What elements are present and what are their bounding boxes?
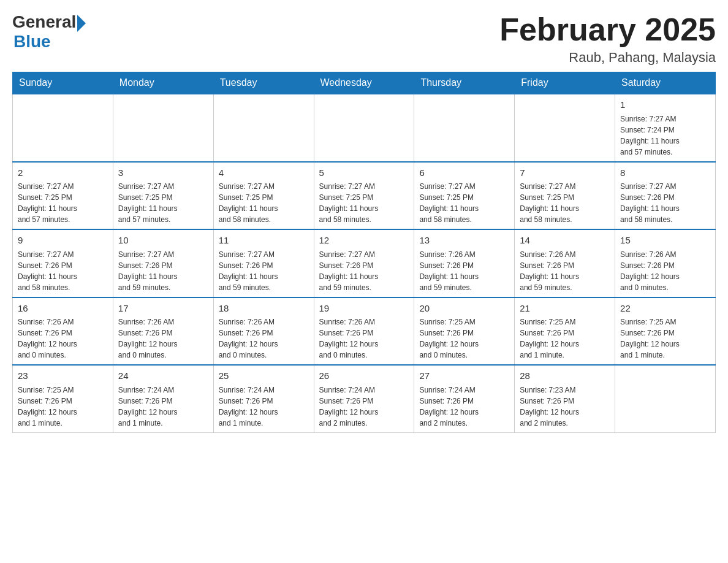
day-info: Sunrise: 7:27 AM Sunset: 7:25 PM Dayligh…	[118, 181, 208, 225]
calendar-cell	[615, 365, 716, 432]
calendar-cell: 12Sunrise: 7:27 AM Sunset: 7:26 PM Dayli…	[314, 229, 414, 297]
day-number: 26	[319, 369, 409, 383]
calendar-cell: 5Sunrise: 7:27 AM Sunset: 7:25 PM Daylig…	[314, 162, 414, 230]
calendar-cell: 10Sunrise: 7:27 AM Sunset: 7:26 PM Dayli…	[113, 229, 213, 297]
calendar-header-row: SundayMondayTuesdayWednesdayThursdayFrid…	[13, 72, 716, 94]
calendar-cell: 18Sunrise: 7:26 AM Sunset: 7:26 PM Dayli…	[213, 297, 314, 366]
calendar-cell: 17Sunrise: 7:26 AM Sunset: 7:26 PM Dayli…	[113, 297, 213, 366]
calendar-cell: 4Sunrise: 7:27 AM Sunset: 7:25 PM Daylig…	[213, 162, 314, 230]
calendar-cell	[113, 94, 213, 162]
day-info: Sunrise: 7:24 AM Sunset: 7:26 PM Dayligh…	[219, 385, 309, 429]
calendar-week-row: 9Sunrise: 7:27 AM Sunset: 7:26 PM Daylig…	[13, 229, 716, 297]
day-number: 2	[18, 166, 108, 180]
calendar-cell: 26Sunrise: 7:24 AM Sunset: 7:26 PM Dayli…	[314, 365, 414, 432]
day-number: 4	[219, 166, 309, 180]
day-number: 21	[520, 302, 610, 316]
day-info: Sunrise: 7:26 AM Sunset: 7:26 PM Dayligh…	[118, 316, 208, 361]
day-number: 17	[118, 302, 208, 316]
day-info: Sunrise: 7:26 AM Sunset: 7:26 PM Dayligh…	[520, 249, 610, 293]
day-info: Sunrise: 7:24 AM Sunset: 7:26 PM Dayligh…	[419, 385, 509, 429]
location-subtitle: Raub, Pahang, Malaysia	[499, 50, 716, 66]
day-number: 6	[419, 166, 509, 180]
day-number: 14	[520, 234, 610, 248]
calendar-cell: 27Sunrise: 7:24 AM Sunset: 7:26 PM Dayli…	[414, 365, 515, 432]
day-number: 28	[520, 369, 610, 383]
page-header: General Blue February 2025 Raub, Pahang,…	[12, 12, 716, 66]
day-number: 23	[18, 369, 108, 383]
day-info: Sunrise: 7:27 AM Sunset: 7:26 PM Dayligh…	[219, 249, 309, 293]
day-number: 27	[419, 369, 509, 383]
calendar-cell: 2Sunrise: 7:27 AM Sunset: 7:25 PM Daylig…	[13, 162, 113, 230]
day-number: 1	[620, 98, 710, 112]
logo-arrow-icon	[77, 15, 86, 32]
day-number: 19	[319, 302, 409, 316]
day-number: 16	[18, 302, 108, 316]
day-info: Sunrise: 7:27 AM Sunset: 7:25 PM Dayligh…	[219, 181, 309, 225]
calendar-cell: 21Sunrise: 7:25 AM Sunset: 7:26 PM Dayli…	[515, 297, 615, 366]
calendar-cell	[314, 94, 414, 162]
calendar-cell: 15Sunrise: 7:26 AM Sunset: 7:26 PM Dayli…	[615, 229, 716, 297]
calendar-day-header: Friday	[515, 72, 615, 94]
day-info: Sunrise: 7:27 AM Sunset: 7:26 PM Dayligh…	[620, 181, 710, 225]
day-info: Sunrise: 7:26 AM Sunset: 7:26 PM Dayligh…	[18, 316, 108, 361]
calendar-cell: 14Sunrise: 7:26 AM Sunset: 7:26 PM Dayli…	[515, 229, 615, 297]
day-number: 11	[219, 234, 309, 248]
day-info: Sunrise: 7:27 AM Sunset: 7:25 PM Dayligh…	[520, 181, 610, 225]
day-number: 5	[319, 166, 409, 180]
day-info: Sunrise: 7:26 AM Sunset: 7:26 PM Dayligh…	[219, 316, 309, 361]
day-info: Sunrise: 7:26 AM Sunset: 7:26 PM Dayligh…	[419, 249, 509, 293]
day-number: 25	[219, 369, 309, 383]
day-info: Sunrise: 7:24 AM Sunset: 7:26 PM Dayligh…	[319, 385, 409, 429]
day-number: 10	[118, 234, 208, 248]
day-number: 3	[118, 166, 208, 180]
calendar-week-row: 16Sunrise: 7:26 AM Sunset: 7:26 PM Dayli…	[13, 297, 716, 366]
calendar-cell: 16Sunrise: 7:26 AM Sunset: 7:26 PM Dayli…	[13, 297, 113, 366]
day-number: 18	[219, 302, 309, 316]
calendar-cell	[213, 94, 314, 162]
logo-blue-text: Blue	[13, 32, 51, 52]
month-title: February 2025	[499, 12, 716, 47]
day-info: Sunrise: 7:26 AM Sunset: 7:26 PM Dayligh…	[620, 249, 710, 293]
calendar-cell: 19Sunrise: 7:26 AM Sunset: 7:26 PM Dayli…	[314, 297, 414, 366]
calendar-cell: 8Sunrise: 7:27 AM Sunset: 7:26 PM Daylig…	[615, 162, 716, 230]
day-info: Sunrise: 7:24 AM Sunset: 7:26 PM Dayligh…	[118, 385, 208, 429]
calendar-cell: 9Sunrise: 7:27 AM Sunset: 7:26 PM Daylig…	[13, 229, 113, 297]
day-info: Sunrise: 7:27 AM Sunset: 7:25 PM Dayligh…	[18, 181, 108, 225]
day-info: Sunrise: 7:25 AM Sunset: 7:26 PM Dayligh…	[620, 316, 710, 361]
day-info: Sunrise: 7:26 AM Sunset: 7:26 PM Dayligh…	[319, 316, 409, 361]
day-info: Sunrise: 7:27 AM Sunset: 7:25 PM Dayligh…	[319, 181, 409, 225]
calendar-cell	[515, 94, 615, 162]
calendar-week-row: 2Sunrise: 7:27 AM Sunset: 7:25 PM Daylig…	[13, 162, 716, 230]
calendar-day-header: Sunday	[13, 72, 113, 94]
calendar-cell: 3Sunrise: 7:27 AM Sunset: 7:25 PM Daylig…	[113, 162, 213, 230]
calendar-cell: 11Sunrise: 7:27 AM Sunset: 7:26 PM Dayli…	[213, 229, 314, 297]
calendar-cell: 1Sunrise: 7:27 AM Sunset: 7:24 PM Daylig…	[615, 94, 716, 162]
calendar-cell	[414, 94, 515, 162]
calendar-day-header: Tuesday	[213, 72, 314, 94]
calendar-cell: 6Sunrise: 7:27 AM Sunset: 7:25 PM Daylig…	[414, 162, 515, 230]
calendar-day-header: Wednesday	[314, 72, 414, 94]
day-info: Sunrise: 7:27 AM Sunset: 7:26 PM Dayligh…	[118, 249, 208, 293]
calendar-cell: 23Sunrise: 7:25 AM Sunset: 7:26 PM Dayli…	[13, 365, 113, 432]
calendar-cell	[13, 94, 113, 162]
day-info: Sunrise: 7:27 AM Sunset: 7:25 PM Dayligh…	[419, 181, 509, 225]
title-section: February 2025 Raub, Pahang, Malaysia	[499, 12, 716, 66]
calendar-cell: 22Sunrise: 7:25 AM Sunset: 7:26 PM Dayli…	[615, 297, 716, 366]
day-number: 12	[319, 234, 409, 248]
day-number: 15	[620, 234, 710, 248]
calendar-cell: 20Sunrise: 7:25 AM Sunset: 7:26 PM Dayli…	[414, 297, 515, 366]
logo: General Blue	[12, 12, 86, 52]
calendar-table: SundayMondayTuesdayWednesdayThursdayFrid…	[12, 72, 716, 433]
calendar-week-row: 1Sunrise: 7:27 AM Sunset: 7:24 PM Daylig…	[13, 94, 716, 162]
calendar-cell: 24Sunrise: 7:24 AM Sunset: 7:26 PM Dayli…	[113, 365, 213, 432]
logo-general-text: General	[12, 12, 76, 32]
calendar-cell: 28Sunrise: 7:23 AM Sunset: 7:26 PM Dayli…	[515, 365, 615, 432]
day-number: 7	[520, 166, 610, 180]
day-info: Sunrise: 7:27 AM Sunset: 7:26 PM Dayligh…	[18, 249, 108, 293]
day-info: Sunrise: 7:27 AM Sunset: 7:24 PM Dayligh…	[620, 113, 710, 158]
day-info: Sunrise: 7:27 AM Sunset: 7:26 PM Dayligh…	[319, 249, 409, 293]
day-info: Sunrise: 7:25 AM Sunset: 7:26 PM Dayligh…	[18, 385, 108, 429]
day-number: 9	[18, 234, 108, 248]
day-info: Sunrise: 7:25 AM Sunset: 7:26 PM Dayligh…	[520, 316, 610, 361]
day-number: 22	[620, 302, 710, 316]
